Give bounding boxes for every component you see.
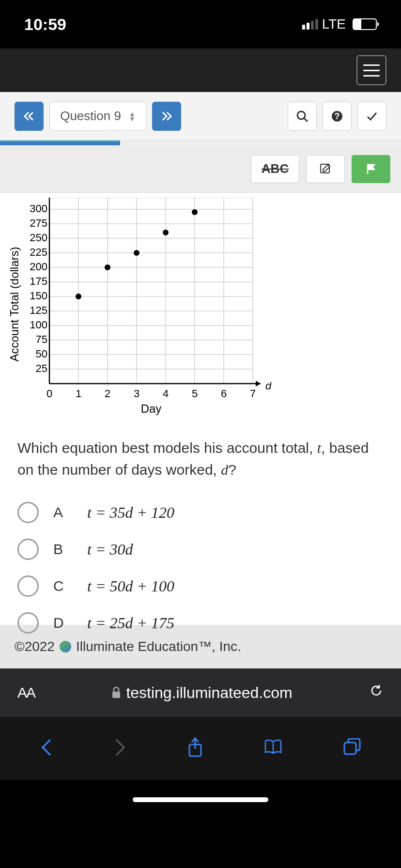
data-point bbox=[192, 209, 198, 215]
question-toolbar: Question 9 ▲▼ ? bbox=[0, 92, 401, 140]
scatter-chart: Account Total (dollars) 300 275 250 225 … bbox=[10, 198, 271, 424]
edit-icon bbox=[319, 163, 332, 175]
prev-question-button[interactable] bbox=[15, 102, 44, 131]
search-button[interactable] bbox=[288, 102, 317, 131]
help-button[interactable]: ? bbox=[323, 102, 352, 131]
double-chevron-left-icon bbox=[23, 111, 35, 121]
flag-button[interactable] bbox=[352, 155, 390, 183]
option-b[interactable]: B t = 30d bbox=[17, 531, 384, 568]
check-icon bbox=[366, 110, 378, 123]
url-field[interactable]: testing.illuminateed.com bbox=[46, 684, 357, 702]
book-icon bbox=[263, 739, 283, 756]
share-button[interactable] bbox=[187, 737, 203, 760]
share-icon bbox=[187, 737, 203, 758]
radio-button[interactable] bbox=[17, 502, 39, 523]
chart-container: Account Total (dollars) 300 275 250 225 … bbox=[0, 193, 401, 424]
option-c[interactable]: C t = 50d + 100 bbox=[17, 568, 384, 604]
radio-button[interactable] bbox=[17, 612, 39, 634]
data-point bbox=[134, 250, 139, 256]
svg-text:6: 6 bbox=[221, 388, 227, 400]
y-axis-label: Account Total (dollars) bbox=[10, 247, 21, 362]
submit-button[interactable] bbox=[357, 102, 386, 131]
network-label: LTE bbox=[322, 16, 346, 32]
updown-icon: ▲▼ bbox=[129, 111, 136, 121]
question-label: Question 9 bbox=[60, 108, 121, 124]
tabs-button[interactable] bbox=[343, 738, 361, 759]
forward-button[interactable] bbox=[113, 738, 127, 759]
svg-text:1: 1 bbox=[76, 388, 81, 400]
progress-bar bbox=[0, 140, 401, 145]
reload-button[interactable] bbox=[369, 683, 384, 702]
svg-text:4: 4 bbox=[163, 388, 169, 400]
svg-text:300: 300 bbox=[30, 202, 47, 215]
svg-text:?: ? bbox=[335, 111, 340, 121]
app-header bbox=[0, 48, 401, 92]
bookmarks-button[interactable] bbox=[263, 739, 283, 758]
home-indicator[interactable] bbox=[0, 780, 401, 820]
strike-through-button[interactable]: ABC bbox=[251, 155, 299, 183]
data-point bbox=[163, 230, 169, 235]
svg-text:275: 275 bbox=[30, 217, 47, 229]
footer-copyright: ©2022 Illuminate Education™, Inc. bbox=[0, 625, 401, 668]
option-equation: t = 50d + 100 bbox=[87, 577, 174, 595]
content-toolbar: ABC bbox=[0, 145, 401, 193]
y-ticks: 300 275 250 225 200 175 150 125 100 75 5… bbox=[30, 202, 47, 374]
reload-icon bbox=[369, 683, 384, 698]
option-letter: C bbox=[53, 578, 73, 594]
svg-text:7: 7 bbox=[250, 388, 256, 400]
svg-text:75: 75 bbox=[36, 333, 47, 345]
data-point bbox=[76, 294, 81, 299]
help-icon: ? bbox=[331, 110, 343, 123]
svg-text:125: 125 bbox=[30, 304, 47, 316]
svg-line-1 bbox=[304, 118, 308, 122]
browser-address-bar: AA testing.illuminateed.com bbox=[0, 668, 401, 717]
svg-text:150: 150 bbox=[30, 290, 47, 302]
radio-button[interactable] bbox=[17, 575, 39, 597]
option-letter: A bbox=[53, 504, 73, 521]
svg-text:100: 100 bbox=[30, 319, 47, 331]
back-button[interactable] bbox=[40, 738, 53, 759]
svg-point-0 bbox=[297, 111, 305, 119]
illuminate-logo-icon bbox=[60, 641, 71, 652]
chevron-left-icon bbox=[40, 738, 53, 757]
option-letter: B bbox=[53, 541, 73, 558]
lock-icon bbox=[111, 686, 121, 699]
status-time: 10:59 bbox=[24, 15, 66, 34]
svg-text:175: 175 bbox=[30, 275, 47, 287]
option-equation: t = 25d + 175 bbox=[87, 614, 174, 632]
radio-button[interactable] bbox=[17, 539, 39, 560]
double-chevron-right-icon bbox=[161, 111, 172, 121]
signal-icon bbox=[302, 19, 318, 30]
svg-rect-52 bbox=[344, 743, 356, 754]
svg-text:3: 3 bbox=[134, 388, 139, 400]
scratchpad-button[interactable] bbox=[306, 155, 345, 183]
status-right: LTE bbox=[302, 16, 377, 32]
svg-text:50: 50 bbox=[36, 348, 47, 360]
x-axis-label: Day bbox=[141, 402, 162, 415]
question-prompt: Which equation best models his account t… bbox=[0, 424, 401, 490]
svg-text:25: 25 bbox=[36, 362, 47, 374]
question-selector-button[interactable]: Question 9 ▲▼ bbox=[49, 102, 146, 131]
tabs-icon bbox=[343, 738, 361, 757]
browser-nav-bar bbox=[0, 717, 401, 780]
svg-text:250: 250 bbox=[30, 232, 47, 244]
svg-rect-49 bbox=[112, 692, 120, 698]
svg-text:200: 200 bbox=[30, 261, 47, 273]
x-axis-var: d bbox=[265, 380, 271, 392]
svg-text:2: 2 bbox=[105, 388, 110, 400]
svg-text:225: 225 bbox=[30, 246, 47, 258]
option-equation: t = 30d bbox=[87, 541, 133, 558]
hamburger-menu-button[interactable] bbox=[356, 55, 386, 85]
next-question-button[interactable] bbox=[152, 102, 181, 131]
svg-text:5: 5 bbox=[192, 388, 198, 400]
battery-icon bbox=[353, 18, 377, 30]
option-a[interactable]: A t = 35d + 120 bbox=[17, 494, 384, 531]
option-letter: D bbox=[53, 615, 73, 631]
option-equation: t = 35d + 120 bbox=[87, 504, 174, 522]
flag-icon bbox=[365, 163, 377, 175]
search-icon bbox=[296, 110, 308, 123]
text-size-button[interactable]: AA bbox=[17, 684, 35, 701]
svg-text:0: 0 bbox=[46, 388, 52, 400]
content-area: ABC Account Total (dollars) 300 275 250 … bbox=[0, 145, 401, 625]
data-point bbox=[105, 264, 110, 270]
